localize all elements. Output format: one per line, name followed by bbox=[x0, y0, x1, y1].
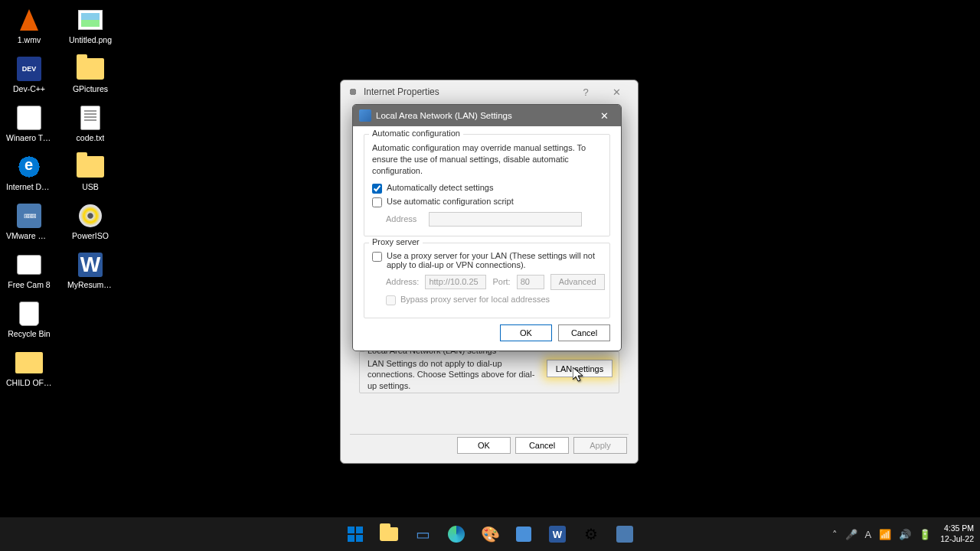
cancel-button[interactable]: Cancel bbox=[515, 437, 569, 454]
folder-icon bbox=[77, 156, 104, 178]
vlc-icon bbox=[20, 9, 38, 31]
folder-icon bbox=[15, 352, 43, 373]
desktop-icon-vmware[interactable]: VMware Workstati... bbox=[6, 202, 52, 240]
bypass-checkbox bbox=[386, 295, 396, 305]
camera-icon bbox=[17, 255, 41, 275]
advanced-button: Advanced bbox=[550, 274, 605, 290]
desktop-icon-poweriso[interactable]: PowerISO bbox=[67, 202, 113, 240]
disc-icon bbox=[79, 204, 102, 227]
auto-detect-label: Automatically detect settings bbox=[387, 183, 493, 192]
proxy-address-input bbox=[425, 275, 486, 289]
vm-icon bbox=[17, 204, 41, 228]
desktop-icon-wmv[interactable]: 1.wmv bbox=[6, 6, 52, 44]
use-proxy-checkbox[interactable] bbox=[372, 252, 382, 262]
word-icon: W bbox=[549, 526, 566, 543]
desktop-icon-freecam[interactable]: Free Cam 8 bbox=[6, 251, 52, 289]
windows-icon bbox=[348, 527, 363, 542]
svg-rect-3 bbox=[356, 535, 363, 542]
taskbar-internet-options[interactable] bbox=[609, 519, 640, 549]
tray-battery-icon[interactable]: 🔋 bbox=[919, 529, 931, 540]
clock-date: 12-Jul-22 bbox=[940, 534, 974, 545]
use-proxy-label: Use a proxy server for your LAN (These s… bbox=[387, 251, 602, 269]
use-script-label: Use automatic configuration script bbox=[387, 197, 514, 206]
group-description: Automatic configuration may override man… bbox=[372, 142, 602, 177]
text-file-icon bbox=[80, 106, 100, 130]
proxy-address-label: Address: bbox=[386, 277, 419, 286]
tray-language-icon[interactable]: A bbox=[865, 529, 872, 540]
dialog-title: Local Area Network (LAN) Settings bbox=[376, 111, 512, 120]
tray-volume-icon[interactable]: 🔊 bbox=[899, 529, 911, 540]
desktop-icon-winaero[interactable]: Winaero Tweaker bbox=[6, 104, 52, 142]
tray-mic-icon[interactable]: 🎤 bbox=[845, 529, 858, 540]
desktop-icon-gpictures[interactable]: GPictures bbox=[67, 55, 113, 93]
use-script-checkbox[interactable] bbox=[372, 197, 382, 207]
svg-rect-1 bbox=[356, 527, 363, 533]
edge-icon bbox=[448, 526, 465, 543]
desktop-icon-idm[interactable]: Internet Downlo... bbox=[6, 153, 52, 191]
internet-icon bbox=[17, 155, 41, 179]
taskbar-edge[interactable] bbox=[441, 519, 472, 549]
desktop-icon-recyclebin[interactable]: Recycle Bin bbox=[6, 300, 52, 338]
network-icon bbox=[359, 109, 371, 122]
taskbar-explorer[interactable] bbox=[374, 519, 404, 549]
net-icon bbox=[616, 526, 633, 543]
desktop-icon-child[interactable]: CHILD OF ENCOURA... bbox=[6, 349, 52, 387]
use-proxy-row[interactable]: Use a proxy server for your LAN (These s… bbox=[372, 251, 602, 269]
ok-button[interactable]: OK bbox=[457, 437, 511, 454]
dialog-title: Internet Properties bbox=[364, 86, 439, 97]
close-button[interactable]: ✕ bbox=[593, 108, 615, 123]
close-button[interactable]: ✕ bbox=[601, 86, 632, 98]
desktop-icon-usb[interactable]: USB bbox=[67, 153, 113, 191]
svg-rect-2 bbox=[348, 535, 354, 542]
proxy-port-label: Port: bbox=[492, 277, 510, 286]
tray-wifi-icon[interactable]: 📶 bbox=[879, 529, 891, 540]
desktop-icon-codetxt[interactable]: code.txt bbox=[67, 104, 113, 142]
lan-settings-dialog: Local Area Network (LAN) Settings ✕ Auto… bbox=[352, 104, 622, 351]
taskbar-word[interactable]: W bbox=[542, 519, 573, 549]
script-address-input bbox=[429, 212, 582, 227]
bypass-row: Bypass proxy server for local addresses bbox=[386, 295, 602, 305]
proxy-group: Proxy server Use a proxy server for your… bbox=[364, 243, 610, 318]
lan-settings-button[interactable]: LAN settings bbox=[547, 360, 612, 377]
auto-detect-checkbox[interactable] bbox=[372, 184, 382, 194]
proxy-port-input bbox=[517, 275, 544, 289]
dev-icon: DEV bbox=[17, 57, 41, 81]
group-legend: Proxy server bbox=[369, 237, 423, 246]
svg-rect-0 bbox=[348, 527, 354, 533]
auto-config-group: Automatic configuration Automatic config… bbox=[364, 134, 610, 236]
fieldset-text: LAN Settings do not apply to dial-up con… bbox=[368, 358, 544, 391]
taskbar-clock[interactable]: 4:35 PM 12-Jul-22 bbox=[940, 523, 974, 544]
dialog-titlebar[interactable]: Internet Properties ? ✕ bbox=[341, 80, 638, 103]
start-button[interactable] bbox=[340, 519, 371, 549]
desktop-icon-devcpp[interactable]: DEVDev-C++ bbox=[6, 55, 52, 93]
apply-button: Apply bbox=[573, 437, 627, 454]
group-legend: Automatic configuration bbox=[369, 129, 463, 138]
cancel-button[interactable]: Cancel bbox=[558, 324, 610, 341]
ok-button[interactable]: OK bbox=[500, 324, 552, 341]
bypass-label: Bypass proxy server for local addresses bbox=[400, 295, 550, 304]
word-icon: W bbox=[78, 253, 103, 277]
recycle-bin-icon bbox=[19, 302, 39, 326]
clock-time: 4:35 PM bbox=[940, 523, 974, 534]
app-icon bbox=[516, 527, 531, 542]
dialog-titlebar[interactable]: Local Area Network (LAN) Settings ✕ bbox=[353, 105, 621, 126]
desktop-icons: 1.wmv Untitled.png DEVDev-C++ GPictures … bbox=[6, 6, 113, 398]
separator bbox=[350, 434, 629, 435]
taskbar-taskview[interactable]: ▭ bbox=[407, 519, 438, 549]
taskbar-paint[interactable]: 🎨 bbox=[475, 519, 505, 549]
script-address-label: Address bbox=[386, 214, 423, 223]
desktop-icon-png[interactable]: Untitled.png bbox=[67, 6, 113, 44]
taskbar-app1[interactable] bbox=[508, 519, 539, 549]
taskbar: ▭ 🎨 W ⚙ ˄ 🎤 A 📶 🔊 🔋 4:35 PM 12-Jul-22 bbox=[0, 517, 980, 551]
folder-icon bbox=[380, 527, 398, 541]
use-script-row[interactable]: Use automatic configuration script bbox=[372, 197, 602, 207]
image-icon bbox=[78, 10, 103, 30]
help-button[interactable]: ? bbox=[570, 86, 601, 98]
tray-chevron-up-icon[interactable]: ˄ bbox=[832, 529, 838, 540]
app-icon bbox=[17, 106, 41, 130]
auto-detect-row[interactable]: Automatically detect settings bbox=[372, 183, 602, 194]
gear-icon bbox=[347, 86, 359, 98]
taskbar-settings[interactable]: ⚙ bbox=[576, 519, 606, 549]
lan-settings-fieldset: Local Area Network (LAN) settings LAN Se… bbox=[359, 351, 619, 393]
desktop-icon-resume[interactable]: WMyResume... bbox=[67, 251, 113, 289]
